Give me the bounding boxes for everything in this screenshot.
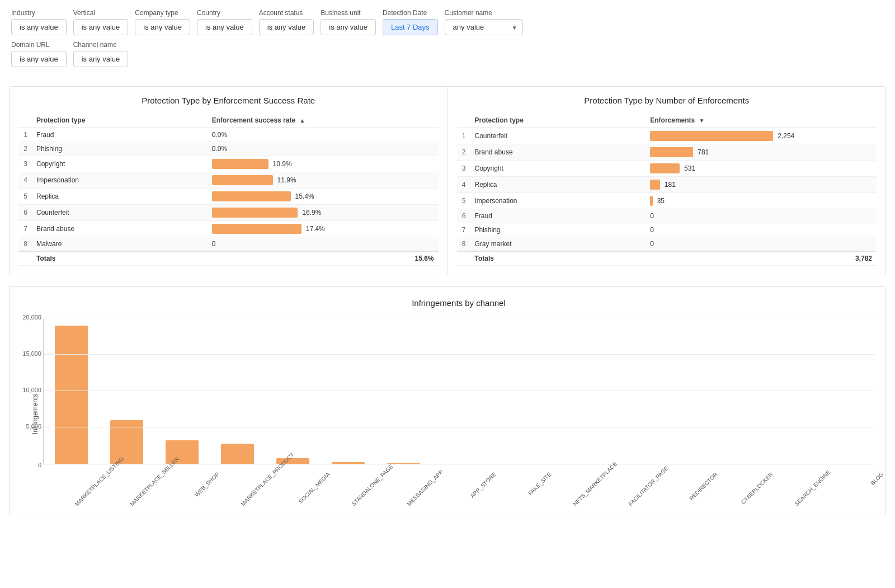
infringements-by-channel-chart: Infringements by channel Infringements 2… (9, 286, 886, 515)
filters-section: Industryis any valueVerticalis any value… (0, 0, 895, 77)
totals-label-text: Totals (470, 251, 646, 266)
table-row: 4Impersonation11.9% (18, 172, 439, 189)
bar-col (265, 319, 321, 464)
y-axis-label: Infringements (31, 394, 39, 435)
table-row: 6Fraud0 (457, 209, 877, 223)
row-num: 8 (457, 237, 470, 252)
row-num: 1 (457, 128, 470, 144)
bar-cell: 531 (646, 161, 877, 177)
row-num: 8 (18, 237, 32, 252)
bar-cell: 0 (208, 237, 439, 252)
chart2-col-type[interactable]: Protection type (470, 113, 646, 128)
protection-type-name: Brand abuse (32, 221, 208, 237)
protection-type-name: Malware (32, 237, 208, 252)
table-row: 8Malware0 (18, 237, 439, 252)
bar-cell: 0 (646, 223, 877, 237)
bar-cell: 0.0% (208, 142, 439, 156)
bar-col (210, 319, 265, 464)
vertical-bar (110, 420, 143, 464)
chart2-table: Protection type Enforcements ▼ 1Counterf… (457, 113, 877, 266)
bars-row: 20,00015,00010,0005,0000 (43, 319, 874, 464)
filter-btn-industry[interactable]: is any value (11, 19, 67, 35)
filter-label: Channel name (73, 41, 129, 49)
totals-value: 3,782 (646, 251, 877, 266)
filter-label: Vertical (73, 9, 129, 17)
bar-col (542, 319, 597, 464)
table-row: 6Counterfeit16.9% (18, 205, 439, 221)
bar-cell: 35 (646, 193, 877, 209)
protection-type-name: Fraud (32, 128, 208, 142)
bar-cell: 16.9% (208, 205, 439, 221)
bar-cell: 181 (646, 177, 877, 193)
customer-name-select[interactable]: any value (445, 19, 523, 35)
protection-type-name: Phishing (470, 223, 646, 237)
table-row: 7Brand abuse17.4% (18, 221, 439, 237)
filter-btn-company-type[interactable]: is any value (135, 19, 190, 35)
table-row: 8Gray market0 (457, 237, 877, 252)
bar-col (597, 319, 653, 464)
row-num: 4 (18, 172, 32, 189)
x-axis-label: BLOG (849, 471, 895, 524)
totals-label (18, 251, 32, 266)
filter-btn-domain-url[interactable]: is any value (11, 51, 67, 67)
row-num: 2 (18, 142, 32, 156)
bar-chart-area: 20,00015,00010,0005,0000 MARKETPLACE_LIS… (43, 319, 874, 509)
chart2-title: Protection Type by Number of Enforcement… (457, 96, 877, 105)
protection-type-name: Fraud (470, 209, 646, 223)
x-labels-row: MARKETPLACE_LISTINGMARKETPLACE_SELLERWEB… (43, 464, 874, 509)
bar-col (376, 319, 431, 464)
filter-group-customer-name: Customer nameany value (445, 9, 523, 35)
filter-label: Detection Date (383, 9, 438, 17)
filter-btn-channel-name[interactable]: is any value (73, 51, 129, 67)
chart2-col-num (457, 113, 470, 128)
protection-type-name: Replica (470, 177, 646, 193)
filter-btn-business-unit[interactable]: is any value (321, 19, 376, 35)
table-row: 5Impersonation35 (457, 193, 877, 209)
filter-btn-country[interactable]: is any value (197, 19, 252, 35)
table-row: 2Phishing0.0% (18, 142, 439, 156)
filter-group-vertical: Verticalis any value (73, 9, 129, 35)
sort-desc-icon2: ▼ (699, 117, 705, 124)
bar-col (431, 319, 487, 464)
protection-type-name: Counterfeit (470, 128, 646, 144)
chart1-col-num (18, 113, 32, 128)
bar-cell: 0 (646, 209, 877, 223)
protection-type-name: Impersonation (32, 172, 208, 189)
totals-label (457, 251, 470, 266)
top-charts-container: Protection Type by Enforcement Success R… (9, 86, 886, 275)
filter-group-account-status: Account statusis any value (259, 9, 314, 35)
chart-enforcements-count: Protection Type by Number of Enforcement… (448, 87, 886, 275)
vertical-bar (221, 444, 254, 464)
table-row: 2Brand abuse781 (457, 144, 877, 161)
chart3-title: Infringements by channel (43, 298, 874, 308)
bar-col (99, 319, 154, 464)
bar-chart-wrap: Infringements 20,00015,00010,0005,0000 M… (43, 319, 874, 509)
filter-label: Domain URL (11, 41, 67, 49)
vertical-bar (332, 462, 365, 464)
row-num: 5 (457, 193, 470, 209)
chart2-col-count[interactable]: Enforcements ▼ (646, 113, 877, 128)
bar-cell: 2,254 (646, 128, 877, 144)
filter-btn-detection-date[interactable]: Last 7 Days (383, 19, 438, 35)
filter-label: Country (197, 9, 252, 17)
filter-btn-vertical[interactable]: is any value (73, 19, 129, 35)
filter-btn-account-status[interactable]: is any value (259, 19, 314, 35)
filter-group-company-type: Company typeis any value (135, 9, 190, 35)
protection-type-name: Replica (32, 189, 208, 205)
filter-group-industry: Industryis any value (11, 9, 67, 35)
filter-row-2: Domain URLis any valueChannel nameis any… (11, 41, 884, 67)
chart1-title: Protection Type by Enforcement Success R… (18, 96, 439, 105)
bar-cell: 11.9% (208, 172, 439, 189)
bar-col (764, 319, 819, 464)
bar-col (487, 319, 542, 464)
chart1-col-rate[interactable]: Enforcement success rate ▲ (208, 113, 439, 128)
row-num: 3 (18, 156, 32, 172)
sort-desc-icon: ▲ (299, 117, 305, 124)
filter-label: Company type (135, 9, 190, 17)
table-row: 3Copyright10.9% (18, 156, 439, 172)
filter-label: Industry (11, 9, 67, 17)
chart1-col-type[interactable]: Protection type (32, 113, 208, 128)
table-row: 4Replica181 (457, 177, 877, 193)
vertical-bar (387, 463, 420, 464)
table-row: 1Fraud0.0% (18, 128, 439, 142)
